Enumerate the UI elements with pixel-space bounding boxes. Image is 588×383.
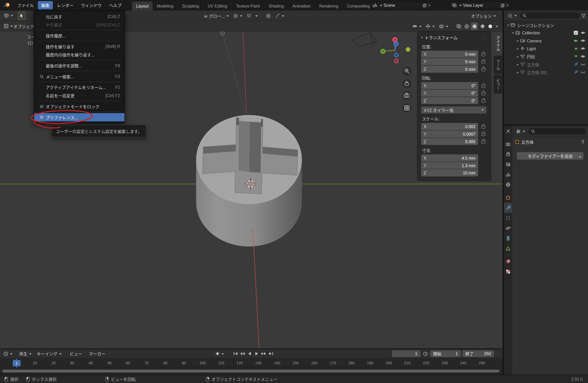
scale-x-field[interactable]: X0.002 bbox=[421, 123, 478, 130]
menu-item-rename-active[interactable]: アクティブアイテムをリネーム... F2 bbox=[34, 83, 125, 91]
lock-icon[interactable] bbox=[481, 141, 485, 144]
view-menu[interactable]: ビュー bbox=[68, 349, 84, 358]
grid-view-button[interactable] bbox=[402, 103, 412, 112]
tab-sculpting[interactable]: Sculpting bbox=[178, 2, 204, 11]
options-dropdown[interactable]: オプション bbox=[469, 12, 497, 20]
menu-item-batch-rename[interactable]: 名前を一括変更 [Ctrl] F2 bbox=[34, 91, 125, 100]
frame-start-field[interactable]: 開始 1 bbox=[430, 350, 461, 357]
expand-icon[interactable]: ▸ bbox=[516, 70, 520, 74]
dimensions-x-field[interactable]: X4.5 mm bbox=[421, 154, 478, 161]
gizmo-ball-neg[interactable] bbox=[406, 47, 410, 52]
tab-render[interactable] bbox=[504, 139, 512, 149]
falloff-dropdown[interactable] bbox=[274, 12, 286, 20]
close-view-layer-icon[interactable]: × bbox=[506, 3, 509, 7]
rotation-x-field[interactable]: X0° bbox=[421, 82, 478, 89]
keying-menu[interactable]: キーイング bbox=[35, 349, 63, 358]
tab-texture-paint[interactable]: Texture Paint bbox=[232, 2, 264, 11]
camera-view-button[interactable] bbox=[402, 91, 412, 100]
scale-y-field[interactable]: Y0.0007 bbox=[421, 130, 478, 137]
new-view-layer-icon[interactable] bbox=[500, 3, 505, 7]
expand-icon[interactable]: ▸ bbox=[516, 47, 520, 50]
current-frame-marker[interactable]: 1 bbox=[13, 360, 21, 366]
menu-item-menu-search[interactable]: メニュー検索... F3 bbox=[34, 72, 125, 81]
eye-closed-icon[interactable] bbox=[580, 63, 585, 66]
tab-material[interactable] bbox=[504, 256, 512, 266]
tab-output[interactable] bbox=[504, 149, 512, 159]
play-button[interactable] bbox=[253, 350, 260, 357]
dimensions-z-field[interactable]: Z10 mm bbox=[421, 169, 478, 176]
lock-icon[interactable] bbox=[481, 61, 485, 64]
collapse-icon[interactable]: ▾ bbox=[421, 36, 423, 39]
collection-checkbox[interactable]: ✓ bbox=[574, 31, 578, 35]
current-frame-field[interactable]: 1 bbox=[392, 350, 420, 357]
properties-editor-dropdown[interactable] bbox=[514, 127, 526, 135]
tab-tool[interactable] bbox=[504, 126, 512, 136]
lock-icon[interactable] bbox=[481, 85, 485, 88]
outliner-item-cube[interactable]: ▸ 立方体 bbox=[504, 60, 588, 68]
menu-help[interactable]: ヘルプ bbox=[106, 1, 125, 9]
lock-icon[interactable] bbox=[481, 68, 485, 71]
shading-rendered-button[interactable] bbox=[487, 22, 494, 30]
timeline-scrollbar[interactable] bbox=[0, 368, 503, 374]
outliner-item-cube-001[interactable]: ▸ 立方体.001 bbox=[504, 68, 588, 76]
jump-next-keyframe-button[interactable] bbox=[260, 350, 267, 357]
scene-selector[interactable]: Scene × bbox=[370, 2, 433, 9]
eye-icon[interactable] bbox=[580, 31, 585, 34]
tab-view[interactable]: ビュー bbox=[493, 75, 502, 94]
breadcrumb-object-name[interactable]: 立方体 bbox=[521, 139, 534, 145]
view-layer-selector[interactable]: View Layer × bbox=[449, 2, 511, 9]
xray-toggle[interactable] bbox=[455, 22, 462, 30]
tab-uv-editing[interactable]: UV Editing bbox=[204, 2, 232, 11]
scale-z-field[interactable]: Z0.005 bbox=[421, 138, 478, 145]
outliner-item-camera[interactable]: ▸ Camera bbox=[504, 37, 588, 45]
snap-toggle[interactable] bbox=[245, 12, 253, 20]
tab-rendering[interactable]: Rendering bbox=[315, 2, 343, 11]
chevron-down-icon[interactable] bbox=[255, 15, 258, 18]
collection-row[interactable]: ▾ Collection ✓ bbox=[504, 29, 588, 37]
tab-modifiers[interactable] bbox=[504, 203, 512, 213]
tab-shading[interactable]: Shading bbox=[265, 2, 288, 11]
light-gizmo[interactable] bbox=[220, 32, 224, 35]
menu-render[interactable]: レンダー bbox=[54, 1, 77, 9]
location-x-field[interactable]: X0 mm bbox=[421, 51, 478, 58]
tab-physics[interactable] bbox=[504, 223, 512, 233]
mode-selector-dropdown[interactable]: オブジェク bbox=[2, 22, 36, 30]
lock-icon[interactable] bbox=[481, 100, 485, 103]
lock-icon[interactable] bbox=[481, 53, 485, 56]
menu-item-undo[interactable]: 元に戻す [Ctrl] Z bbox=[34, 12, 125, 21]
expand-icon[interactable]: ▾ bbox=[511, 31, 515, 35]
jump-to-end-button[interactable] bbox=[267, 350, 274, 357]
location-y-field[interactable]: Y0 mm bbox=[421, 58, 478, 65]
menu-file[interactable]: ファイル bbox=[14, 1, 37, 9]
shading-solid-button[interactable] bbox=[471, 22, 478, 30]
eye-icon[interactable] bbox=[580, 47, 585, 50]
outliner-item-light[interactable]: ▸ Light bbox=[504, 45, 588, 52]
location-z-field[interactable]: Z0 mm bbox=[421, 66, 478, 73]
timeline-editor-dropdown[interactable] bbox=[2, 349, 14, 358]
shading-wireframe-button[interactable] bbox=[463, 22, 470, 30]
tab-compositing[interactable]: Compositing bbox=[343, 2, 374, 11]
jump-to-start-button[interactable] bbox=[232, 350, 239, 357]
filter-icon[interactable] bbox=[581, 13, 586, 18]
gizmo-ball-neg-x[interactable] bbox=[394, 59, 399, 63]
eye-closed-icon[interactable] bbox=[580, 71, 585, 74]
menu-item-adjust-last-operation[interactable]: 最後の操作を調整... F9 bbox=[34, 61, 125, 70]
pivot-point-dropdown[interactable] bbox=[232, 12, 244, 20]
tab-layout[interactable]: Layout bbox=[132, 2, 152, 11]
rotation-y-field[interactable]: Y0° bbox=[421, 90, 478, 97]
eye-icon[interactable] bbox=[580, 55, 585, 58]
tab-texture[interactable] bbox=[504, 266, 512, 277]
overlays-dropdown[interactable] bbox=[437, 22, 450, 30]
tab-object[interactable] bbox=[504, 193, 512, 203]
rotation-mode-dropdown[interactable]: XYZ オイラー角 bbox=[421, 106, 486, 114]
menu-item-lock-object-modes[interactable]: ✓ オブジェクトモードをロック bbox=[34, 102, 125, 111]
menu-edit[interactable]: 編集 bbox=[38, 1, 53, 9]
menu-item-preferences[interactable]: ⚙ プリファレンス... bbox=[34, 113, 125, 122]
zoom-button[interactable] bbox=[402, 67, 412, 76]
timeline-ruler[interactable]: 1 10 20 30 40 50 60 70 80 90 100 110 120… bbox=[0, 359, 503, 368]
playback-menu[interactable]: 再生 bbox=[18, 349, 33, 358]
blender-logo-icon[interactable] bbox=[4, 2, 10, 8]
properties-search-input[interactable] bbox=[528, 128, 586, 134]
menu-item-redo[interactable]: やり直す [Shift] [Ctrl] Z bbox=[34, 21, 125, 29]
scrollbar-thumb[interactable] bbox=[2, 370, 500, 372]
